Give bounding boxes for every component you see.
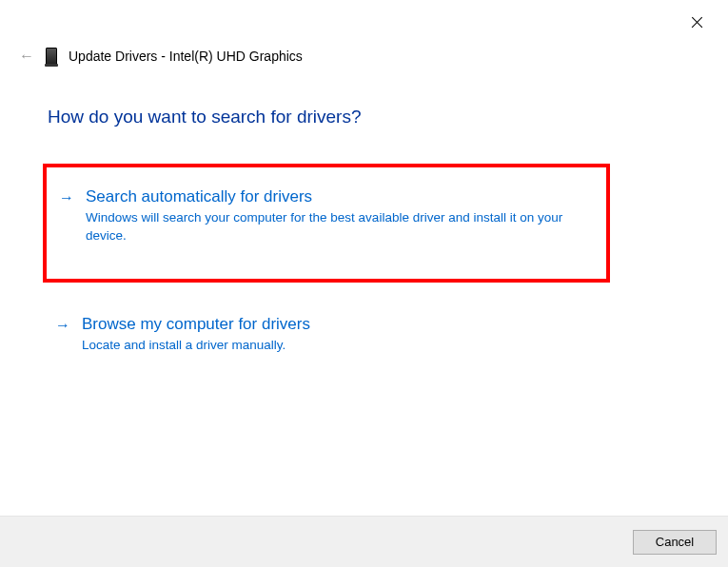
arrow-right-icon: → bbox=[55, 314, 70, 355]
window-title: Update Drivers - Intel(R) UHD Graphics bbox=[69, 49, 303, 64]
option-browse-computer[interactable]: → Browse my computer for drivers Locate … bbox=[55, 314, 329, 355]
option-description: Locate and install a driver manually. bbox=[82, 337, 310, 355]
option-title: Browse my computer for drivers bbox=[82, 314, 310, 335]
titlebar: ← Update Drivers - Intel(R) UHD Graphics bbox=[19, 48, 303, 65]
highlight-box: → Search automatically for drivers Windo… bbox=[43, 164, 610, 283]
cancel-button[interactable]: Cancel bbox=[633, 530, 717, 555]
device-icon bbox=[46, 48, 57, 65]
option-title: Search automatically for drivers bbox=[86, 186, 606, 207]
footer-bar: Cancel bbox=[0, 516, 728, 567]
back-arrow-icon: ← bbox=[19, 49, 34, 64]
option-description: Windows will search your computer for th… bbox=[86, 209, 606, 245]
close-button[interactable] bbox=[688, 13, 707, 32]
option-search-automatically[interactable]: → Search automatically for drivers Windo… bbox=[59, 186, 606, 245]
page-heading: How do you want to search for drivers? bbox=[48, 107, 362, 127]
arrow-right-icon: → bbox=[59, 186, 74, 245]
